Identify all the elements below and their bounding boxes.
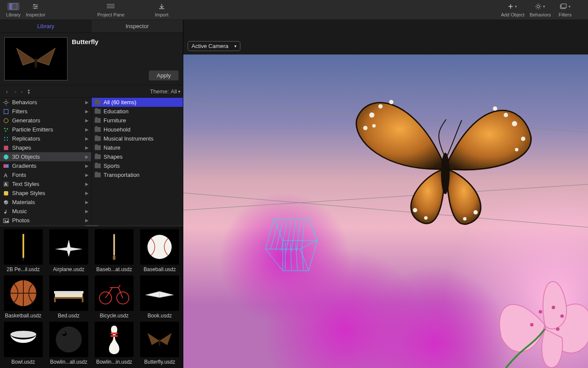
category-music[interactable]: Music▶: [0, 207, 91, 216]
preview-info: Butterfly Apply: [72, 37, 179, 80]
camera-select[interactable]: Active Camera ▾: [188, 41, 240, 51]
category-text-styles[interactable]: AText Styles▶: [0, 179, 91, 189]
subcategory-label: All (60 items): [104, 99, 137, 106]
project-pane-button[interactable]: Project Pane: [95, 2, 127, 17]
svg-point-89: [512, 121, 517, 126]
svg-line-75: [281, 221, 287, 251]
subcategory-label: Furniture: [104, 117, 126, 124]
behaviors-button[interactable]: Behaviors: [527, 2, 553, 17]
chevron-right-icon: ▶: [85, 136, 89, 141]
category-label: Photos: [12, 217, 29, 224]
asset-bed[interactable]: Bed.usdz: [47, 275, 90, 319]
cube-icon: [3, 154, 10, 160]
svg-point-30: [4, 128, 6, 129]
subcategory-all-60-items-[interactable]: All (60 items): [92, 98, 183, 107]
splitter-handle[interactable]: [0, 225, 183, 227]
preview-thumbnail[interactable]: [4, 37, 67, 80]
asset-pencil[interactable]: 2B Pe...il.usdz: [2, 229, 45, 273]
preview-title: Butterfly: [72, 38, 179, 45]
svg-point-34: [7, 137, 8, 138]
asset-bball[interactable]: Bowlin...all.usdz: [47, 322, 90, 365]
chevron-right-icon: ▶: [85, 100, 89, 105]
svg-point-101: [560, 314, 564, 318]
asset-airplane[interactable]: Airplane.usdz: [47, 229, 90, 273]
category-label: Shape Styles: [12, 190, 45, 196]
folder-icon: [94, 126, 101, 133]
chevron-down-icon[interactable]: ▾: [177, 89, 180, 94]
asset-bike[interactable]: Bicycle.usdz: [93, 275, 136, 319]
asset-thumbnail: [95, 322, 134, 357]
download-icon: [156, 3, 168, 10]
svg-rect-68: [111, 335, 118, 337]
category-3d-objects[interactable]: 3D Objects▶: [0, 152, 91, 161]
svg-rect-67: [111, 333, 118, 334]
svg-rect-38: [3, 164, 9, 168]
tab-inspector[interactable]: Inspector: [92, 20, 183, 33]
path-forward[interactable]: ›: [11, 88, 20, 95]
subcategory-nature[interactable]: Nature: [92, 143, 183, 152]
asset-label: Bowl.usdz: [11, 359, 35, 365]
category-behaviors[interactable]: Behaviors▶: [0, 98, 91, 107]
folder-icon: [94, 144, 101, 151]
svg-point-92: [521, 137, 525, 141]
asset-label: Airplane.usdz: [53, 266, 85, 272]
category-fonts[interactable]: AFonts▶: [0, 170, 91, 179]
tab-library[interactable]: Library: [0, 20, 92, 33]
asset-baseball[interactable]: Baseball.usdz: [138, 229, 181, 273]
filters-button[interactable]: Filters: [553, 2, 577, 17]
asset-bat[interactable]: Baseb...at.usdz: [93, 229, 136, 273]
project-pane-label: Project Pane: [97, 12, 125, 17]
music-icon: [3, 208, 10, 215]
svg-point-22: [35, 58, 37, 68]
camera-gizmo: [257, 214, 335, 279]
folder-icon: [94, 154, 101, 160]
asset-label: Book.usdz: [147, 313, 172, 319]
asset-butterfly[interactable]: Butterfly.usdz: [138, 322, 181, 365]
plus-icon: [507, 3, 519, 10]
category-filters[interactable]: Filters▶: [0, 107, 91, 116]
asset-label: Bowlin...in.usdz: [96, 359, 132, 365]
chevron-right-icon: ▶: [85, 182, 89, 186]
path-back[interactable]: ‹: [3, 88, 11, 95]
category-generators[interactable]: Generators▶: [0, 116, 91, 125]
subcategory-sports[interactable]: Sports: [92, 161, 183, 170]
add-object-button[interactable]: Add Object: [499, 2, 527, 17]
category-particle-emitters[interactable]: Particle Emitters▶: [0, 125, 91, 134]
svg-point-33: [4, 137, 5, 138]
asset-pin[interactable]: Bowlin...in.usdz: [93, 322, 136, 365]
svg-rect-46: [6, 210, 6, 213]
svg-point-43: [4, 200, 8, 205]
path-stepper[interactable]: ▴▾: [28, 88, 30, 94]
category-shape-styles[interactable]: Shape Styles▶: [0, 189, 91, 198]
svg-rect-55: [55, 293, 83, 298]
svg-point-11: [537, 5, 540, 8]
category-replicators[interactable]: Replicators▶: [0, 134, 91, 143]
subcategory-furniture[interactable]: Furniture: [92, 116, 183, 125]
asset-book[interactable]: Book.usdz: [138, 275, 181, 319]
category-materials[interactable]: Materials▶: [0, 198, 91, 207]
svg-text:A: A: [4, 182, 7, 187]
inspector-toggle[interactable]: Inspector: [23, 2, 48, 17]
subcategory-transportation[interactable]: Transportation: [92, 170, 183, 179]
layers-icon: [559, 3, 571, 10]
import-label: Import: [155, 12, 168, 17]
canvas-viewport[interactable]: [183, 54, 588, 368]
subcategory-household[interactable]: Household: [92, 125, 183, 134]
category-label: Replicators: [12, 135, 40, 142]
category-photos[interactable]: Photos▶: [0, 216, 91, 225]
subcategory-education[interactable]: Education: [92, 107, 183, 116]
category-gradients[interactable]: Gradients▶: [0, 161, 91, 170]
apply-button[interactable]: Apply: [149, 70, 179, 80]
library-toggle[interactable]: Library: [3, 2, 23, 17]
svg-rect-57: [54, 291, 83, 294]
butterfly-object[interactable]: [350, 80, 536, 245]
subcategory-musical-instruments[interactable]: Musical Instruments: [92, 134, 183, 143]
category-shapes[interactable]: Shapes▶: [0, 143, 91, 152]
svg-text:A: A: [4, 173, 7, 178]
subcategory-shapes[interactable]: Shapes: [92, 152, 183, 161]
asset-basketball[interactable]: Basketball.usdz: [2, 275, 45, 319]
theme-value[interactable]: All: [171, 88, 177, 95]
asset-bowl[interactable]: Bowl.usdz: [2, 322, 45, 365]
import-button[interactable]: Import: [152, 2, 171, 17]
asset-thumbnail: [140, 322, 179, 357]
